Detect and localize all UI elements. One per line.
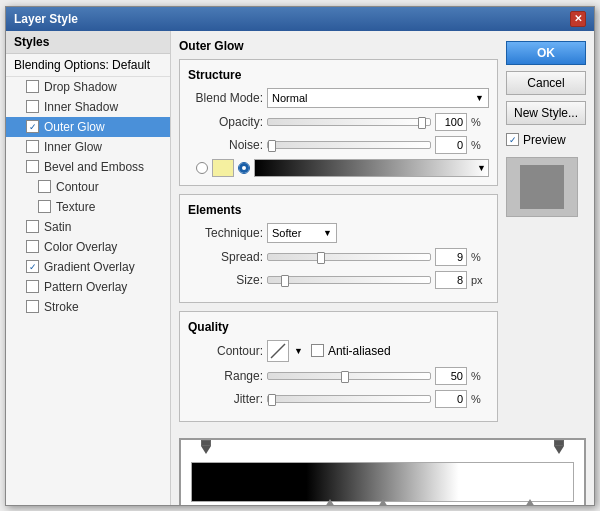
spread-row: Spread: 9 % [188, 248, 489, 266]
preview-label-row: Preview [506, 133, 586, 147]
stop-marker-left[interactable] [325, 499, 335, 505]
jitter-row: Jitter: 0 % [188, 390, 489, 408]
color-swatch[interactable] [212, 159, 234, 177]
outer-glow-label: Outer Glow [44, 120, 105, 134]
anti-aliased-label: Anti-aliased [328, 344, 391, 358]
technique-value: Softer [272, 227, 301, 239]
cancel-button[interactable]: Cancel [506, 71, 586, 95]
jitter-value[interactable]: 0 [435, 390, 467, 408]
sidebar-item-stroke[interactable]: Stroke [6, 297, 170, 317]
contour-thumbnail[interactable] [267, 340, 289, 362]
sidebar-item-drop-shadow[interactable]: Drop Shadow [6, 77, 170, 97]
jitter-unit: % [471, 393, 489, 405]
top-stop-left[interactable] [201, 440, 211, 454]
spread-label: Spread: [188, 250, 263, 264]
opacity-value[interactable]: 100 [435, 113, 467, 131]
inner-shadow-checkbox[interactable] [26, 100, 39, 113]
blend-mode-select[interactable]: Normal ▼ [267, 88, 489, 108]
title-bar: Layer Style ✕ [6, 7, 594, 31]
sidebar-item-outer-glow[interactable]: Outer Glow [6, 117, 170, 137]
sidebar-item-inner-shadow[interactable]: Inner Shadow [6, 97, 170, 117]
inner-glow-checkbox[interactable] [26, 140, 39, 153]
preview-checkbox[interactable] [506, 133, 519, 146]
gradient-bar[interactable] [191, 462, 574, 502]
stop-marker-right[interactable] [525, 499, 535, 505]
anti-aliased-row: Anti-aliased [311, 344, 391, 358]
anti-aliased-checkbox[interactable] [311, 344, 324, 357]
sidebar-item-pattern-overlay[interactable]: Pattern Overlay [6, 277, 170, 297]
range-value[interactable]: 50 [435, 367, 467, 385]
contour-checkbox[interactable] [38, 180, 51, 193]
top-stop-right[interactable] [554, 440, 564, 454]
blending-options-header[interactable]: Blending Options: Default [6, 54, 170, 77]
bevel-emboss-checkbox[interactable] [26, 160, 39, 173]
contour-row: Contour: ▼ Anti-aliased [188, 340, 489, 362]
size-row: Size: 8 px [188, 271, 489, 289]
size-thumb [281, 275, 289, 287]
close-button[interactable]: ✕ [570, 11, 586, 27]
spread-slider[interactable] [267, 253, 431, 261]
satin-label: Satin [44, 220, 71, 234]
color-row: ▼ [188, 159, 489, 177]
noise-value[interactable]: 0 [435, 136, 467, 154]
opacity-thumb [418, 117, 426, 129]
size-value[interactable]: 8 [435, 271, 467, 289]
texture-checkbox[interactable] [38, 200, 51, 213]
spread-value[interactable]: 9 [435, 248, 467, 266]
sidebar-item-satin[interactable]: Satin [6, 217, 170, 237]
center-panel: Outer Glow Structure Blend Mode: Normal … [179, 39, 498, 430]
outer-glow-checkbox[interactable] [26, 120, 39, 133]
sidebar-item-gradient-overlay[interactable]: Gradient Overlay [6, 257, 170, 277]
gradient-overlay-checkbox[interactable] [26, 260, 39, 273]
size-slider[interactable] [267, 276, 431, 284]
quality-title: Quality [188, 320, 489, 334]
right-content: Outer Glow Structure Blend Mode: Normal … [179, 39, 586, 430]
inner-shadow-label: Inner Shadow [44, 100, 118, 114]
opacity-slider[interactable] [267, 118, 431, 126]
sidebar-item-color-overlay[interactable]: Color Overlay [6, 237, 170, 257]
noise-slider[interactable] [267, 141, 431, 149]
gradient-overlay-label: Gradient Overlay [44, 260, 135, 274]
quality-section: Quality Contour: ▼ [179, 311, 498, 422]
blend-mode-value: Normal [272, 92, 307, 104]
blend-mode-arrow-icon: ▼ [475, 93, 484, 103]
sidebar-item-contour[interactable]: Contour [6, 177, 170, 197]
sidebar-item-texture[interactable]: Texture [6, 197, 170, 217]
gradient-color-radio[interactable] [238, 162, 250, 174]
sidebar-item-bevel-emboss[interactable]: Bevel and Emboss [6, 157, 170, 177]
stroke-label: Stroke [44, 300, 79, 314]
ok-button[interactable]: OK [506, 41, 586, 65]
technique-arrow-icon: ▼ [323, 228, 332, 238]
stroke-checkbox[interactable] [26, 300, 39, 313]
preview-label: Preview [523, 133, 566, 147]
sidebar-item-inner-glow[interactable]: Inner Glow [6, 137, 170, 157]
svg-line-0 [271, 344, 285, 358]
contour-label: Contour: [188, 344, 263, 358]
pattern-overlay-checkbox[interactable] [26, 280, 39, 293]
new-style-button[interactable]: New Style... [506, 101, 586, 125]
range-unit: % [471, 370, 489, 382]
range-slider[interactable] [267, 372, 431, 380]
contour-label: Contour [56, 180, 99, 194]
satin-checkbox[interactable] [26, 220, 39, 233]
dialog-body: Styles Blending Options: Default Drop Sh… [6, 31, 594, 505]
jitter-label: Jitter: [188, 392, 263, 406]
technique-select[interactable]: Softer ▼ [267, 223, 337, 243]
color-overlay-checkbox[interactable] [26, 240, 39, 253]
stop-marker-mid[interactable] [378, 499, 388, 505]
preview-inner [520, 165, 564, 209]
blend-mode-row: Blend Mode: Normal ▼ [188, 88, 489, 108]
spread-unit: % [471, 251, 489, 263]
contour-arrow-icon: ▼ [294, 346, 303, 356]
gradient-arrow-icon: ▼ [477, 163, 486, 173]
drop-shadow-checkbox[interactable] [26, 80, 39, 93]
dialog-title: Layer Style [14, 12, 78, 26]
layer-style-dialog: Layer Style ✕ Styles Blending Options: D… [5, 6, 595, 506]
jitter-slider[interactable] [267, 395, 431, 403]
noise-unit: % [471, 139, 489, 151]
inner-glow-label: Inner Glow [44, 140, 102, 154]
bevel-emboss-label: Bevel and Emboss [44, 160, 144, 174]
solid-color-radio[interactable] [196, 162, 208, 174]
gradient-swatch[interactable]: ▼ [254, 159, 489, 177]
elements-title: Elements [188, 203, 489, 217]
